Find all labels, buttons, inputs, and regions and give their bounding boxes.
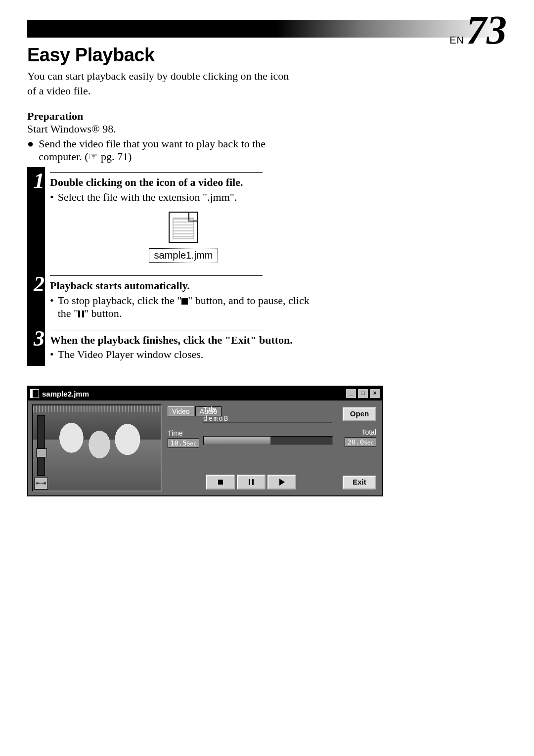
step-2: 2 Playback starts automatically. • To st… (50, 270, 317, 325)
step-1-body: Select the file with the extension ".jmm… (58, 191, 237, 204)
file-label[interactable]: sample1.jmm (149, 248, 219, 263)
stop-button[interactable] (206, 475, 235, 489)
bullet-icon: • (50, 294, 54, 320)
play-icon (279, 479, 285, 486)
step-3: 3 When the playback finishes, click the … (50, 325, 317, 366)
maximize-button[interactable]: □ (357, 389, 368, 399)
preparation-heading: Preparation (27, 110, 507, 123)
volume-slider-thumb[interactable] (36, 448, 47, 457)
step-number: 3 (30, 328, 48, 350)
step-1-head: Double clicking on the icon of a video f… (50, 176, 317, 190)
minimize-button[interactable]: _ (346, 389, 356, 399)
close-button[interactable]: × (369, 389, 380, 399)
step-2-head: Playback starts automatically. (50, 279, 317, 293)
stop-icon (181, 298, 188, 305)
exit-button[interactable]: Exit (343, 476, 376, 489)
bullet-icon: • (50, 348, 54, 361)
play-button[interactable] (267, 475, 296, 489)
pause-button[interactable] (237, 475, 266, 489)
total-label: Total (345, 428, 376, 436)
pause-icon (78, 311, 84, 317)
video-viewport: ⇤⇥ (32, 404, 162, 491)
step-2-body: To stop playback, click the "" button, a… (58, 294, 317, 320)
page-number: 73 (466, 14, 507, 46)
file-icon[interactable] (169, 212, 198, 243)
step-1: 1 Double clicking on the icon of a video… (50, 167, 317, 270)
section-title: Easy Playback (27, 44, 507, 66)
step-3-head: When the playback finishes, click the "E… (50, 333, 317, 348)
step-number: 2 (30, 273, 48, 295)
progress-fill (204, 437, 270, 445)
time-value: 10.5Sec (168, 438, 199, 448)
open-button[interactable]: Open (343, 407, 376, 421)
title-label: Title (203, 405, 216, 413)
window-titlebar[interactable]: sample2.jmm _ □ × (28, 387, 382, 400)
intro-text: You can start playback easily by double … (27, 69, 294, 98)
bullet-icon: ● (27, 137, 34, 150)
app-icon (30, 389, 39, 398)
preparation-bullet: Send the video file that you want to pla… (39, 137, 294, 163)
bullet-icon: • (50, 191, 54, 204)
tab-video[interactable]: Video (168, 406, 194, 416)
page-lang-label: EN (449, 35, 464, 46)
aux-button[interactable]: ⇤⇥ (34, 478, 48, 489)
progress-track[interactable] (203, 436, 333, 445)
volume-slider-track[interactable] (37, 415, 45, 476)
preparation-block: Preparation Start Windows® 98. ● Send th… (27, 110, 507, 163)
video-player-window: sample2.jmm _ □ × ⇤⇥ Video Audio Title (27, 386, 383, 496)
preparation-line: Start Windows® 98. (27, 123, 507, 135)
step-3-body: The Video Player window closes. (58, 348, 204, 361)
video-frame-image (33, 405, 161, 490)
total-value: 20.0Sec (345, 437, 376, 447)
window-title: sample2.jmm (42, 390, 345, 398)
controls-panel: Video Audio Title demoB Open Time 10.5Se… (168, 404, 378, 491)
steps-list: 1 Double clicking on the icon of a video… (27, 167, 317, 366)
title-value: demoB (203, 414, 229, 422)
time-label: Time (168, 429, 199, 437)
pause-icon (249, 479, 254, 485)
header-bar: EN 73 (27, 20, 507, 38)
stop-icon (218, 480, 223, 485)
step-number: 1 (30, 170, 48, 192)
